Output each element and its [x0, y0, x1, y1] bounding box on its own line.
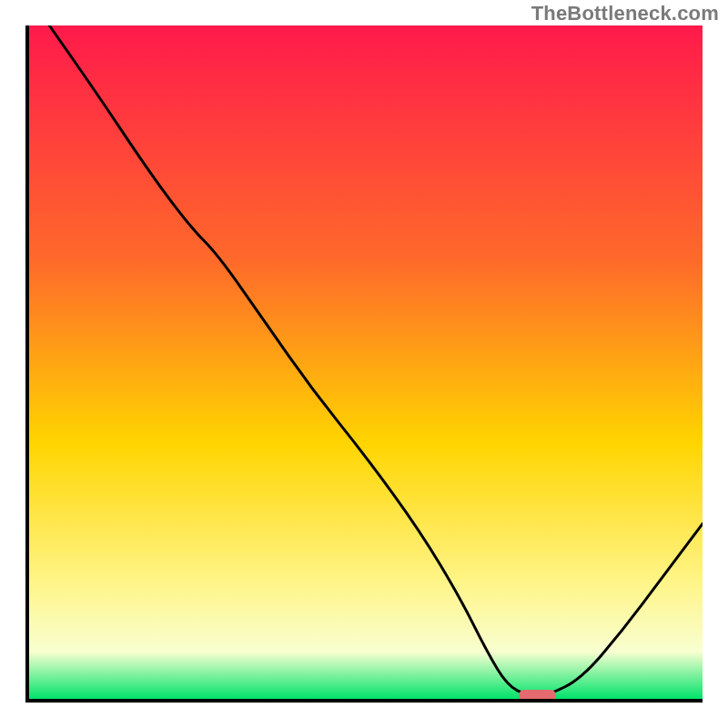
chart-container: TheBottleneck.com — [0, 0, 728, 728]
plot-area — [29, 25, 703, 699]
plot-svg — [29, 25, 703, 699]
optimal-marker — [519, 690, 556, 699]
attribution-text: TheBottleneck.com — [531, 2, 719, 25]
gradient-background — [29, 25, 703, 699]
